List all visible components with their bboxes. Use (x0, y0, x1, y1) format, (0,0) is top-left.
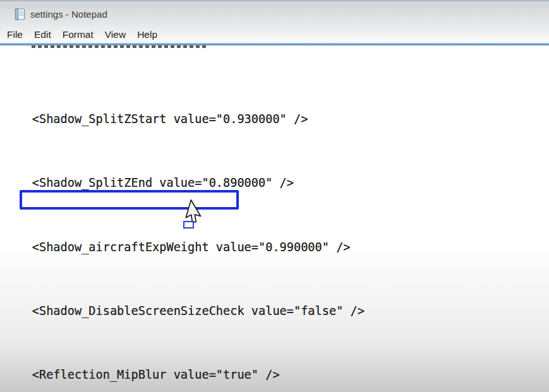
menu-item[interactable]: File (1, 27, 28, 43)
notepad-icon (14, 8, 26, 20)
xml-line: <Shadow_aircraftExpWeight value="0.99000… (4, 239, 365, 255)
click-marker (183, 221, 194, 229)
menu-item[interactable]: Format (57, 27, 99, 43)
menu-bar: File Edit Format View Help (0, 27, 549, 43)
menu-item[interactable]: Edit (28, 27, 57, 43)
xml-line: <Reflection_MipBlur value="true" /> (4, 367, 365, 383)
menu-item[interactable]: Help (131, 27, 163, 43)
xml-line: <Shadow_SplitZStart value="0.930000" /> (4, 111, 365, 127)
text-editor[interactable]: <Shadow_SplitZStart value="0.930000" /> … (0, 45, 549, 392)
xml-line: <Shadow_SplitZEnd value="0.890000" /> (4, 175, 365, 191)
title-bar[interactable]: settings - Notepad (0, 0, 549, 27)
xml-line: <Shadow_DisableScreenSizeCheck value="fa… (4, 303, 365, 319)
window-title: settings - Notepad (30, 9, 107, 20)
menu-item[interactable]: View (99, 27, 131, 43)
notepad-window: settings - Notepad File Edit Format View… (0, 0, 549, 392)
